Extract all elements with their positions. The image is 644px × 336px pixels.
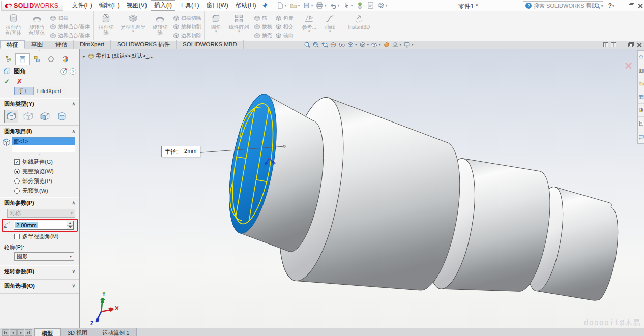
tab-mbd[interactable]: SOLIDWORKS MBD <box>177 40 244 49</box>
open-button[interactable]: ▾ <box>288 1 301 10</box>
lofted-cut-button[interactable]: 放样切割 <box>171 22 203 31</box>
design-library-icon[interactable] <box>638 64 644 77</box>
appearances-icon[interactable] <box>638 104 644 117</box>
undo-button[interactable]: ▾ <box>328 1 340 10</box>
full-preview-radio[interactable] <box>14 169 20 174</box>
draft-button[interactable]: 拔模 <box>252 22 274 31</box>
zoom-area-icon[interactable] <box>312 41 319 48</box>
new-document-button[interactable]: ▾ <box>275 1 287 10</box>
swept-boss-button[interactable]: 扫描 <box>48 14 92 22</box>
symmetric-dropdown[interactable]: 对称 ▾ <box>7 209 75 218</box>
configuration-manager-tab[interactable] <box>30 53 44 65</box>
menu-file[interactable]: 文件(F) <box>68 0 95 11</box>
manual-mode-button[interactable]: 手工 <box>14 87 33 95</box>
caret-icon[interactable]: ▾ <box>412 43 414 47</box>
file-explorer-icon[interactable] <box>638 77 644 90</box>
revolved-boss-button[interactable]: 旋转凸台/基体 <box>25 12 48 40</box>
shell-button[interactable]: 抽壳 <box>252 31 274 40</box>
linear-pattern-button[interactable]: 线性阵列 <box>226 12 252 40</box>
dimxpert-manager-tab[interactable] <box>44 53 58 65</box>
display-manager-tab[interactable] <box>58 53 72 65</box>
menu-insert[interactable]: 插入(I) <box>151 0 175 11</box>
pin-help-icon[interactable]: ? <box>60 68 67 75</box>
fillet-options-section-header[interactable]: 圆角选项(O) ∨ <box>0 280 79 291</box>
extruded-boss-button[interactable]: 拉伸凸台/基体 <box>2 12 25 40</box>
home-icon[interactable] <box>638 51 644 64</box>
menu-edit[interactable]: 编辑(E) <box>96 0 123 11</box>
graphics-viewport[interactable]: ▸ 零件1 (默认<<默认>_... 半径: 2mm Y X Z <box>80 49 644 328</box>
no-preview-radio[interactable] <box>14 188 20 194</box>
tab-addins[interactable]: SOLIDWORKS 插件 <box>111 40 177 49</box>
radius-input[interactable]: 2.00mm <box>14 221 74 230</box>
selection-listbox[interactable]: 面<1> <box>12 137 75 152</box>
revolved-cut-button[interactable]: 旋转切除 <box>149 12 171 40</box>
wrap-button[interactable]: 包覆 <box>274 14 295 22</box>
view-orientation-icon[interactable] <box>347 41 354 48</box>
close-button[interactable] <box>637 3 643 9</box>
items-to-fillet-section-header[interactable]: 圆角项目(I) ∧ <box>0 126 79 136</box>
hide-show-items-icon[interactable] <box>371 41 378 48</box>
spin-down-icon[interactable] <box>67 225 73 230</box>
restore-button[interactable] <box>628 3 634 9</box>
fillet-parameters-section-header[interactable]: 圆角参数(P) ∧ <box>0 198 79 208</box>
feature-manager-tab[interactable] <box>1 53 15 65</box>
faded-cancel-icon[interactable] <box>624 62 632 70</box>
select-button[interactable]: ▾ <box>342 1 354 10</box>
options-button[interactable]: ▾ <box>376 1 389 10</box>
tab-evaluate[interactable]: 评估 <box>49 40 74 49</box>
multiple-radius-checkbox[interactable] <box>14 234 20 239</box>
partial-preview-radio[interactable] <box>14 178 20 184</box>
split-right-icon[interactable] <box>611 42 616 47</box>
tab-sketch[interactable]: 草图 <box>25 40 49 49</box>
caret-icon[interactable]: ▾ <box>367 43 369 47</box>
custom-properties-icon[interactable] <box>638 117 644 130</box>
full-round-fillet-button[interactable] <box>54 110 69 123</box>
tangent-propagation-checkbox[interactable]: ✓ <box>14 159 20 165</box>
reference-geometry-button[interactable]: 参考... <box>299 12 320 40</box>
boundary-cut-button[interactable]: 边界切除 <box>171 31 203 40</box>
apply-scene-icon[interactable] <box>392 41 399 48</box>
panel-splitter-grip[interactable]: • <box>0 49 79 53</box>
3d-views-tab[interactable]: 3D 视图 <box>61 328 95 336</box>
selected-face-item[interactable]: 面<1> <box>12 138 75 145</box>
intersect-button[interactable]: 相交 <box>274 22 295 31</box>
hole-wizard-button[interactable]: 异型孔向导 <box>118 12 149 40</box>
menu-help[interactable]: 帮助(H) <box>232 0 260 11</box>
fillet-button[interactable]: 圆角 <box>207 12 226 40</box>
save-button[interactable]: ▾ <box>302 1 314 10</box>
caret-icon[interactable]: ▾ <box>400 43 402 47</box>
setback-parameters-section-header[interactable]: 逆转参数(B) ∨ <box>0 266 79 277</box>
menu-tools[interactable]: 工具(T) <box>175 0 202 11</box>
first-study-button[interactable] <box>2 329 9 336</box>
menu-view[interactable]: 视图(V) <box>123 0 151 11</box>
help-icon[interactable]: ? <box>70 68 76 75</box>
search-input[interactable]: ? 搜索 SOLIDWORKS 帮助 <box>523 1 603 10</box>
pin-menu-icon[interactable] <box>261 2 268 9</box>
model-tab[interactable]: 模型 <box>34 328 61 336</box>
constant-size-fillet-button[interactable] <box>4 110 18 123</box>
edit-appearance-icon[interactable] <box>383 41 390 48</box>
previous-study-button[interactable] <box>10 329 17 336</box>
tab-features[interactable]: 特征 <box>0 40 25 49</box>
split-left-icon[interactable] <box>603 42 608 47</box>
boundary-boss-button[interactable]: 边界凸台/基体 <box>48 31 92 40</box>
doc-restore-button[interactable] <box>627 42 633 48</box>
face-fillet-button[interactable] <box>38 110 52 123</box>
filletxpert-mode-button[interactable]: FilletXpert <box>33 87 65 95</box>
doc-minimize-button[interactable] <box>619 42 625 48</box>
spin-up-icon[interactable] <box>67 221 73 225</box>
menu-window[interactable]: 窗口(W) <box>202 0 231 11</box>
view-settings-icon[interactable] <box>403 41 411 48</box>
last-study-button[interactable] <box>25 329 32 336</box>
caret-icon[interactable]: ▾ <box>355 43 357 47</box>
instant3d-button[interactable]: Instant3D <box>344 12 374 40</box>
section-view-icon[interactable] <box>330 41 337 48</box>
extruded-cut-button[interactable]: 拉伸切除 <box>95 12 118 40</box>
variable-size-fillet-button[interactable] <box>21 110 35 123</box>
doc-close-button[interactable] <box>636 42 642 48</box>
radius-callout[interactable]: 半径: 2mm <box>161 146 200 157</box>
next-study-button[interactable] <box>17 329 24 336</box>
lofted-boss-button[interactable]: 放样凸台/基体 <box>48 22 92 31</box>
tab-dimxpert[interactable]: DimXpert <box>74 40 111 49</box>
ok-button[interactable]: ✓ <box>4 78 10 85</box>
